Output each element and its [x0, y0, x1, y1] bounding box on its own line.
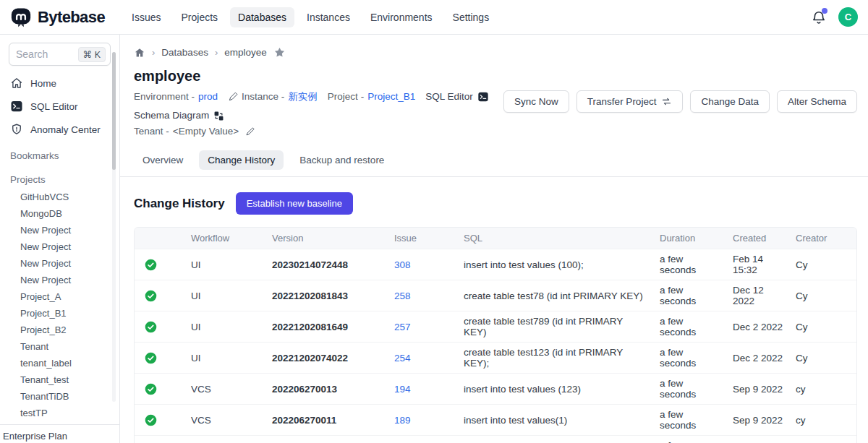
sidebar-project-testtp[interactable]: testTP — [0, 405, 119, 421]
version-cell: 202206270013 — [266, 374, 388, 405]
sidebar-item-label: Anomaly Center — [30, 124, 101, 135]
nav-environments[interactable]: Environments — [362, 7, 441, 27]
success-check-icon — [145, 414, 157, 426]
change-history-section: Change History Establish new baseline Wo… — [120, 177, 868, 443]
sql-editor-link[interactable]: SQL Editor — [425, 89, 489, 105]
bookmark-star-icon[interactable] — [273, 46, 286, 59]
creator-cell: Cy — [790, 280, 856, 311]
version-cell: 20230214072448 — [266, 249, 388, 280]
search-shortcut-badge: ⌘ K — [78, 47, 106, 62]
breadcrumb-databases[interactable]: Databases — [161, 47, 208, 58]
duration-cell: a few seconds — [654, 249, 727, 280]
sidebar-project-mongodb[interactable]: MongoDB — [0, 205, 119, 222]
transfer-project-button[interactable]: Transfer Project — [576, 90, 684, 113]
bookmarks-section-label: Bookmarks — [0, 141, 119, 165]
sidebar-scrollbar-thumb[interactable] — [112, 52, 116, 170]
establish-baseline-button[interactable]: Establish new baseline — [236, 192, 353, 215]
creator-cell: Cy — [790, 249, 856, 280]
issue-link[interactable]: 308 — [394, 259, 411, 270]
chevron-right-icon: › — [215, 47, 218, 58]
projects-section-label: Projects — [0, 165, 119, 189]
notification-bell-icon[interactable] — [811, 9, 827, 25]
nav-issues[interactable]: Issues — [124, 7, 169, 27]
table-row[interactable]: UI 20221202081843 258 create table test7… — [135, 280, 856, 311]
search-box[interactable]: ⌘ K — [9, 43, 111, 66]
nav-databases[interactable]: Databases — [230, 7, 294, 27]
sidebar-project-new-3[interactable]: New Project — [0, 255, 119, 272]
environment-link[interactable]: prod — [198, 89, 218, 105]
button-label: Transfer Project — [587, 96, 657, 107]
issue-link[interactable]: 254 — [394, 353, 411, 364]
top-bar: Bytebase Issues Projects Databases Insta… — [0, 0, 868, 35]
workflow-cell: VCS — [185, 436, 266, 443]
nav-instances[interactable]: Instances — [299, 7, 358, 27]
sidebar-scrollbar[interactable] — [112, 52, 116, 402]
user-avatar[interactable]: C — [838, 7, 858, 27]
edit-pencil-icon[interactable] — [245, 126, 255, 137]
sql-cell: insert into test values(1) — [458, 405, 654, 436]
sql-cell: create table test789 (id int PRIMARY KEY… — [458, 311, 654, 343]
tab-overview[interactable]: Overview — [134, 150, 192, 170]
issue-link[interactable]: 257 — [394, 322, 411, 332]
creator-cell: cy — [790, 405, 856, 436]
issue-link[interactable]: 194 — [394, 384, 411, 395]
sidebar-item-sql-editor[interactable]: SQL Editor — [0, 95, 119, 118]
project-label: Project - — [328, 89, 364, 105]
instance-link[interactable]: 新实例 — [288, 89, 318, 105]
nav-projects[interactable]: Projects — [174, 7, 226, 27]
column-header-version: Version — [266, 228, 388, 249]
sidebar-project-tenant[interactable]: Tenant — [0, 338, 119, 355]
sync-now-button[interactable]: Sync Now — [503, 90, 569, 113]
tab-backup-restore[interactable]: Backup and restore — [291, 150, 393, 170]
project-link[interactable]: Project_B1 — [367, 89, 415, 105]
sidebar-item-home[interactable]: Home — [0, 72, 119, 95]
database-meta: Environment - prod Instance - 新实例 — [134, 89, 503, 139]
success-check-icon — [145, 259, 157, 271]
sidebar-project-new-1[interactable]: New Project — [0, 222, 119, 238]
sidebar-item-anomaly-center[interactable]: Anomaly Center — [0, 118, 119, 141]
bytebase-logo-icon — [10, 7, 32, 28]
creator-cell: Cy — [790, 311, 856, 343]
issue-link[interactable]: 189 — [394, 415, 411, 426]
sidebar-project-project-b2[interactable]: Project_B2 — [0, 322, 119, 338]
sidebar-project-project-b1[interactable]: Project_B1 — [0, 305, 119, 322]
main-content: › Databases › employee employee Environm… — [120, 35, 868, 443]
sidebar-project-new-2[interactable]: New Project — [0, 238, 119, 255]
sidebar-project-tenant-test[interactable]: Tenant_test — [0, 371, 119, 388]
sidebar-project-project-a[interactable]: Project_A — [0, 288, 119, 305]
nav-settings[interactable]: Settings — [445, 7, 498, 27]
column-header-created: Created — [727, 228, 790, 249]
tenant-meta: Tenant - <Empty Value> — [134, 124, 255, 139]
table-row[interactable]: VCS 202206270011 189 insert into test va… — [135, 405, 856, 436]
sql-cell: create table test78 (id int PRIMARY KEY) — [458, 280, 654, 311]
created-cell: Dec 12 2022 — [727, 280, 790, 311]
sidebar-project-new-4[interactable]: New Project — [0, 272, 119, 288]
column-header-issue: Issue — [388, 228, 458, 249]
sidebar-project-githubvcs[interactable]: GitHubVCS — [0, 189, 119, 205]
version-cell: 20221202081649 — [266, 311, 388, 343]
duration-cell: a few seconds — [654, 343, 727, 374]
alter-schema-button[interactable]: Alter Schema — [777, 90, 857, 113]
sidebar-project-tenant-label[interactable]: tenant_label — [0, 355, 119, 371]
page-title: employee — [120, 59, 868, 85]
table-row[interactable]: UI 20221202074022 254 create table test1… — [135, 343, 856, 374]
table-row[interactable]: VCS 202206270010 188 insert into test va… — [135, 436, 856, 443]
table-row[interactable]: VCS 202206270013 194 insert into test va… — [135, 374, 856, 405]
schema-diagram-link[interactable]: Schema Diagram — [134, 108, 224, 124]
bytebase-logo[interactable]: Bytebase — [10, 7, 105, 28]
issue-link[interactable]: 258 — [394, 291, 411, 301]
search-input[interactable] — [16, 48, 72, 60]
sidebar-project-tenanttidb[interactable]: TenantTiDB — [0, 388, 119, 405]
schema-diagram-icon — [213, 111, 224, 121]
instance-meta: Instance - 新实例 — [228, 89, 318, 105]
table-row[interactable]: UI 20221202081649 257 create table test7… — [135, 311, 856, 343]
breadcrumb-home-icon[interactable] — [134, 47, 145, 59]
tenant-label: Tenant - — [134, 124, 169, 139]
brand-name: Bytebase — [38, 8, 105, 27]
pen-icon — [228, 92, 238, 102]
table-row[interactable]: UI 20230214072448 308 insert into test v… — [135, 249, 856, 280]
tab-change-history[interactable]: Change History — [199, 150, 284, 170]
created-cell: Sep 9 2022 — [727, 436, 790, 443]
breadcrumb-employee[interactable]: employee — [224, 47, 267, 58]
change-data-button[interactable]: Change Data — [690, 90, 770, 113]
